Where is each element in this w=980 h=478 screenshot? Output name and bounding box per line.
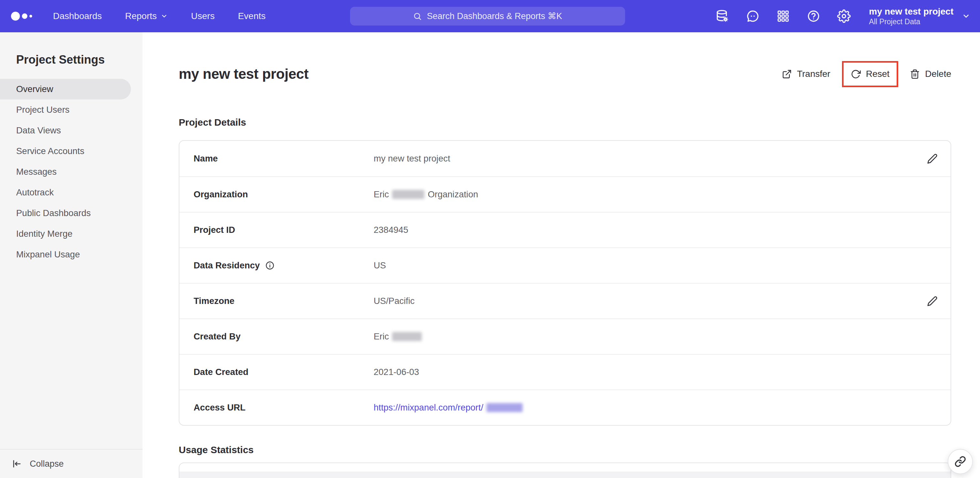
sidebar-item-label: Autotrack <box>16 187 54 198</box>
collapse-arrow-icon <box>12 459 21 468</box>
link-icon <box>955 456 966 467</box>
sidebar-title: Project Settings <box>0 32 143 67</box>
nav-events-label: Events <box>238 11 266 21</box>
project-switcher[interactable]: my new test project All Project Data <box>869 6 970 26</box>
row-label: Timezone <box>194 296 374 306</box>
data-residency-info-button[interactable] <box>265 260 275 270</box>
sidebar-item-label: Identity Merge <box>16 229 72 239</box>
sidebar-item-label: Mixpanel Usage <box>16 249 80 260</box>
current-project-scope: All Project Data <box>869 17 953 26</box>
row-label: Organization <box>194 189 374 200</box>
transfer-label: Transfer <box>797 69 830 79</box>
chevron-down-icon <box>161 13 168 20</box>
pencil-icon <box>927 153 938 164</box>
database-gear-icon <box>716 10 729 23</box>
usage-statistics-card <box>179 462 951 478</box>
current-project-name: my new test project <box>869 6 953 17</box>
row-value: my new test project <box>374 153 450 164</box>
sidebar-item-label: Project Users <box>16 105 70 115</box>
row-value: US/Pacific <box>374 296 415 306</box>
row-value: Organization <box>428 189 478 200</box>
sidebar-item-label: Public Dashboards <box>16 208 91 218</box>
info-icon <box>265 260 275 270</box>
nav-events[interactable]: Events <box>238 11 266 21</box>
reset-label: Reset <box>866 69 889 79</box>
sidebar-item-label: Overview <box>16 84 53 94</box>
settings-sidebar: Project Settings Overview Project Users … <box>0 32 143 478</box>
sidebar-item-mixpanel-usage[interactable]: Mixpanel Usage <box>0 244 143 265</box>
row-label: Access URL <box>194 402 374 413</box>
trash-icon <box>910 69 920 79</box>
row-value: 2021-06-03 <box>374 367 419 377</box>
detail-row-date-created: Date Created 2021-06-03 <box>180 354 951 389</box>
help-button[interactable] <box>807 9 821 23</box>
sidebar-item-label: Messages <box>16 167 57 177</box>
row-label: Project ID <box>194 225 374 235</box>
apps-grid-icon <box>777 10 790 22</box>
primary-nav: Dashboards Reports Users Events <box>53 11 266 21</box>
sidebar-item-autotrack[interactable]: Autotrack <box>0 182 143 203</box>
row-value: US <box>374 260 386 271</box>
sidebar-item-identity-merge[interactable]: Identity Merge <box>0 224 143 244</box>
settings-gear-icon <box>837 10 851 23</box>
project-details-card: Name my new test project Organization Er… <box>179 140 951 426</box>
nav-users-label: Users <box>191 11 215 21</box>
reset-button[interactable]: Reset <box>851 69 889 79</box>
nav-dashboards[interactable]: Dashboards <box>53 11 102 21</box>
sidebar-item-label: Service Accounts <box>16 146 84 156</box>
search-placeholder: Search Dashboards & Reports ⌘K <box>427 11 562 21</box>
nav-dashboards-label: Dashboards <box>53 11 102 21</box>
mixpanel-logo-icon[interactable] <box>10 10 36 22</box>
annotation-highlight-box: Reset <box>842 61 898 87</box>
project-details-heading: Project Details <box>179 117 951 128</box>
search-input[interactable]: Search Dashboards & Reports ⌘K <box>350 7 625 25</box>
detail-row-data-residency: Data Residency US <box>180 248 951 283</box>
data-management-button[interactable] <box>715 9 730 23</box>
row-label: Created By <box>194 331 374 342</box>
sidebar-item-project-users[interactable]: Project Users <box>0 100 143 120</box>
sidebar-item-messages[interactable]: Messages <box>0 162 143 182</box>
row-label: Name <box>194 153 374 164</box>
row-label: Date Created <box>194 367 374 377</box>
share-link-button[interactable] <box>948 449 973 474</box>
main-content: my new test project Transfer Reset <box>143 32 980 478</box>
apps-button[interactable] <box>776 9 790 23</box>
project-actions: Transfer Reset Delete <box>782 61 951 87</box>
row-value: 2384945 <box>374 225 408 235</box>
sidebar-item-label: Data Views <box>16 125 61 136</box>
sidebar-item-data-views[interactable]: Data Views <box>0 120 143 141</box>
redacted-text <box>392 332 422 341</box>
edit-timezone-button[interactable] <box>927 296 938 306</box>
feedback-button[interactable] <box>746 9 760 23</box>
top-nav: Dashboards Reports Users Events Search D… <box>0 0 980 32</box>
delete-label: Delete <box>925 69 951 79</box>
page-title: my new test project <box>179 66 309 82</box>
transfer-icon <box>782 69 792 79</box>
nav-reports-label: Reports <box>125 11 157 21</box>
detail-row-organization: Organization Eric Organization <box>180 176 951 212</box>
sidebar-item-service-accounts[interactable]: Service Accounts <box>0 141 143 162</box>
nav-reports[interactable]: Reports <box>125 11 168 21</box>
settings-nav: Overview Project Users Data Views Servic… <box>0 79 143 265</box>
chevron-down-icon <box>962 12 970 21</box>
sidebar-item-public-dashboards[interactable]: Public Dashboards <box>0 203 143 224</box>
sidebar-item-overview[interactable]: Overview <box>0 79 131 100</box>
detail-row-name: Name my new test project <box>180 141 951 176</box>
help-circle-icon <box>807 10 820 23</box>
usage-statistics-heading: Usage Statistics <box>179 445 951 456</box>
settings-button[interactable] <box>837 9 851 23</box>
usage-card-header-band <box>180 472 951 478</box>
search-icon <box>413 12 422 21</box>
pencil-icon <box>927 296 938 306</box>
detail-row-access-url: Access URL https://mixpanel.com/report/ <box>180 389 951 425</box>
edit-name-button[interactable] <box>927 153 938 164</box>
delete-button[interactable]: Delete <box>910 69 951 79</box>
collapse-sidebar-button[interactable]: Collapse <box>0 449 143 478</box>
chat-bubble-icon <box>746 10 760 23</box>
nav-users[interactable]: Users <box>191 11 215 21</box>
row-label: Data Residency <box>194 260 260 271</box>
detail-row-created-by: Created By Eric <box>180 318 951 354</box>
detail-row-timezone: Timezone US/Pacific <box>180 283 951 318</box>
transfer-button[interactable]: Transfer <box>782 69 830 79</box>
access-url-link[interactable]: https://mixpanel.com/report/ <box>374 402 483 413</box>
